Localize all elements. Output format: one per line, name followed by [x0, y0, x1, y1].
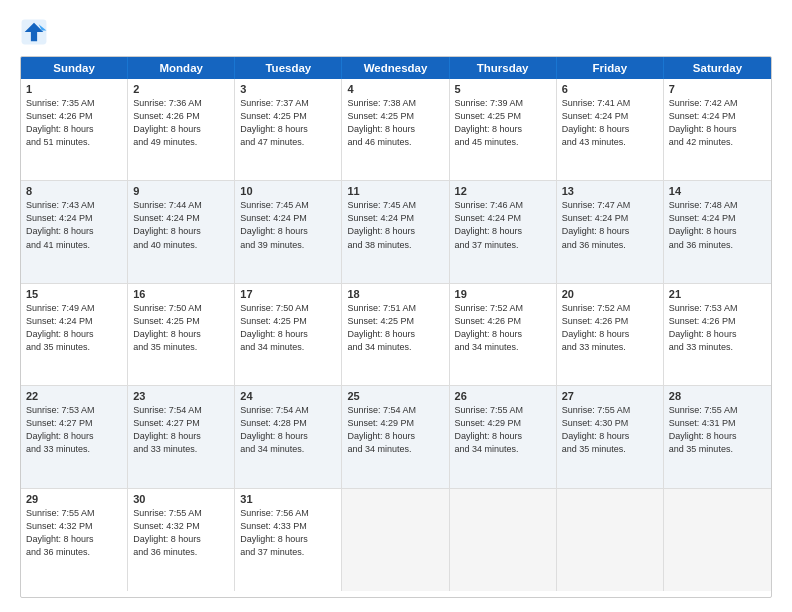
calendar-cell: 4Sunrise: 7:38 AMSunset: 4:25 PMDaylight…: [342, 79, 449, 180]
cell-info: Sunrise: 7:55 AMSunset: 4:30 PMDaylight:…: [562, 404, 658, 456]
calendar-cell: 17Sunrise: 7:50 AMSunset: 4:25 PMDayligh…: [235, 284, 342, 385]
day-number: 29: [26, 493, 122, 505]
cell-info: Sunrise: 7:45 AMSunset: 4:24 PMDaylight:…: [240, 199, 336, 251]
calendar-cell: 19Sunrise: 7:52 AMSunset: 4:26 PMDayligh…: [450, 284, 557, 385]
calendar-cell: 20Sunrise: 7:52 AMSunset: 4:26 PMDayligh…: [557, 284, 664, 385]
day-number: 6: [562, 83, 658, 95]
calendar-cell: 5Sunrise: 7:39 AMSunset: 4:25 PMDaylight…: [450, 79, 557, 180]
day-number: 16: [133, 288, 229, 300]
cell-info: Sunrise: 7:48 AMSunset: 4:24 PMDaylight:…: [669, 199, 766, 251]
cell-info: Sunrise: 7:39 AMSunset: 4:25 PMDaylight:…: [455, 97, 551, 149]
calendar-cell: 6Sunrise: 7:41 AMSunset: 4:24 PMDaylight…: [557, 79, 664, 180]
cell-info: Sunrise: 7:49 AMSunset: 4:24 PMDaylight:…: [26, 302, 122, 354]
logo: [20, 18, 54, 46]
calendar-cell: 31Sunrise: 7:56 AMSunset: 4:33 PMDayligh…: [235, 489, 342, 591]
cell-info: Sunrise: 7:54 AMSunset: 4:29 PMDaylight:…: [347, 404, 443, 456]
day-number: 27: [562, 390, 658, 402]
calendar-cell: 8Sunrise: 7:43 AMSunset: 4:24 PMDaylight…: [21, 181, 128, 282]
calendar-cell: 16Sunrise: 7:50 AMSunset: 4:25 PMDayligh…: [128, 284, 235, 385]
cell-info: Sunrise: 7:45 AMSunset: 4:24 PMDaylight:…: [347, 199, 443, 251]
cell-info: Sunrise: 7:52 AMSunset: 4:26 PMDaylight:…: [562, 302, 658, 354]
day-number: 7: [669, 83, 766, 95]
cell-info: Sunrise: 7:54 AMSunset: 4:27 PMDaylight:…: [133, 404, 229, 456]
weekday-header-friday: Friday: [557, 57, 664, 79]
cell-info: Sunrise: 7:56 AMSunset: 4:33 PMDaylight:…: [240, 507, 336, 559]
day-number: 21: [669, 288, 766, 300]
calendar-cell: 21Sunrise: 7:53 AMSunset: 4:26 PMDayligh…: [664, 284, 771, 385]
cell-info: Sunrise: 7:55 AMSunset: 4:29 PMDaylight:…: [455, 404, 551, 456]
calendar-cell: [664, 489, 771, 591]
day-number: 15: [26, 288, 122, 300]
day-number: 19: [455, 288, 551, 300]
header: [20, 18, 772, 46]
day-number: 5: [455, 83, 551, 95]
calendar-cell: 18Sunrise: 7:51 AMSunset: 4:25 PMDayligh…: [342, 284, 449, 385]
cell-info: Sunrise: 7:54 AMSunset: 4:28 PMDaylight:…: [240, 404, 336, 456]
calendar-row-0: 1Sunrise: 7:35 AMSunset: 4:26 PMDaylight…: [21, 79, 771, 181]
cell-info: Sunrise: 7:38 AMSunset: 4:25 PMDaylight:…: [347, 97, 443, 149]
calendar-cell: 25Sunrise: 7:54 AMSunset: 4:29 PMDayligh…: [342, 386, 449, 487]
day-number: 9: [133, 185, 229, 197]
calendar-cell: 7Sunrise: 7:42 AMSunset: 4:24 PMDaylight…: [664, 79, 771, 180]
cell-info: Sunrise: 7:36 AMSunset: 4:26 PMDaylight:…: [133, 97, 229, 149]
calendar: SundayMondayTuesdayWednesdayThursdayFrid…: [20, 56, 772, 598]
page: SundayMondayTuesdayWednesdayThursdayFrid…: [0, 0, 792, 612]
day-number: 26: [455, 390, 551, 402]
day-number: 4: [347, 83, 443, 95]
cell-info: Sunrise: 7:55 AMSunset: 4:31 PMDaylight:…: [669, 404, 766, 456]
day-number: 8: [26, 185, 122, 197]
calendar-cell: 26Sunrise: 7:55 AMSunset: 4:29 PMDayligh…: [450, 386, 557, 487]
cell-info: Sunrise: 7:50 AMSunset: 4:25 PMDaylight:…: [240, 302, 336, 354]
cell-info: Sunrise: 7:52 AMSunset: 4:26 PMDaylight:…: [455, 302, 551, 354]
day-number: 1: [26, 83, 122, 95]
calendar-cell: 22Sunrise: 7:53 AMSunset: 4:27 PMDayligh…: [21, 386, 128, 487]
cell-info: Sunrise: 7:41 AMSunset: 4:24 PMDaylight:…: [562, 97, 658, 149]
day-number: 12: [455, 185, 551, 197]
calendar-cell: 29Sunrise: 7:55 AMSunset: 4:32 PMDayligh…: [21, 489, 128, 591]
cell-info: Sunrise: 7:35 AMSunset: 4:26 PMDaylight:…: [26, 97, 122, 149]
day-number: 14: [669, 185, 766, 197]
calendar-cell: 24Sunrise: 7:54 AMSunset: 4:28 PMDayligh…: [235, 386, 342, 487]
day-number: 17: [240, 288, 336, 300]
calendar-cell: 11Sunrise: 7:45 AMSunset: 4:24 PMDayligh…: [342, 181, 449, 282]
calendar-header: SundayMondayTuesdayWednesdayThursdayFrid…: [21, 57, 771, 79]
calendar-row-2: 15Sunrise: 7:49 AMSunset: 4:24 PMDayligh…: [21, 284, 771, 386]
weekday-header-monday: Monday: [128, 57, 235, 79]
cell-info: Sunrise: 7:55 AMSunset: 4:32 PMDaylight:…: [26, 507, 122, 559]
weekday-header-tuesday: Tuesday: [235, 57, 342, 79]
calendar-cell: 28Sunrise: 7:55 AMSunset: 4:31 PMDayligh…: [664, 386, 771, 487]
calendar-cell: 23Sunrise: 7:54 AMSunset: 4:27 PMDayligh…: [128, 386, 235, 487]
day-number: 20: [562, 288, 658, 300]
calendar-row-1: 8Sunrise: 7:43 AMSunset: 4:24 PMDaylight…: [21, 181, 771, 283]
cell-info: Sunrise: 7:50 AMSunset: 4:25 PMDaylight:…: [133, 302, 229, 354]
calendar-row-3: 22Sunrise: 7:53 AMSunset: 4:27 PMDayligh…: [21, 386, 771, 488]
day-number: 23: [133, 390, 229, 402]
day-number: 18: [347, 288, 443, 300]
calendar-cell: 10Sunrise: 7:45 AMSunset: 4:24 PMDayligh…: [235, 181, 342, 282]
weekday-header-sunday: Sunday: [21, 57, 128, 79]
day-number: 2: [133, 83, 229, 95]
cell-info: Sunrise: 7:43 AMSunset: 4:24 PMDaylight:…: [26, 199, 122, 251]
cell-info: Sunrise: 7:46 AMSunset: 4:24 PMDaylight:…: [455, 199, 551, 251]
calendar-cell: 15Sunrise: 7:49 AMSunset: 4:24 PMDayligh…: [21, 284, 128, 385]
calendar-cell: 30Sunrise: 7:55 AMSunset: 4:32 PMDayligh…: [128, 489, 235, 591]
day-number: 24: [240, 390, 336, 402]
day-number: 28: [669, 390, 766, 402]
weekday-header-wednesday: Wednesday: [342, 57, 449, 79]
calendar-cell: [450, 489, 557, 591]
cell-info: Sunrise: 7:53 AMSunset: 4:27 PMDaylight:…: [26, 404, 122, 456]
weekday-header-thursday: Thursday: [450, 57, 557, 79]
cell-info: Sunrise: 7:44 AMSunset: 4:24 PMDaylight:…: [133, 199, 229, 251]
calendar-cell: 1Sunrise: 7:35 AMSunset: 4:26 PMDaylight…: [21, 79, 128, 180]
day-number: 30: [133, 493, 229, 505]
calendar-cell: 2Sunrise: 7:36 AMSunset: 4:26 PMDaylight…: [128, 79, 235, 180]
day-number: 25: [347, 390, 443, 402]
day-number: 13: [562, 185, 658, 197]
day-number: 10: [240, 185, 336, 197]
logo-icon: [20, 18, 48, 46]
cell-info: Sunrise: 7:47 AMSunset: 4:24 PMDaylight:…: [562, 199, 658, 251]
cell-info: Sunrise: 7:55 AMSunset: 4:32 PMDaylight:…: [133, 507, 229, 559]
day-number: 31: [240, 493, 336, 505]
day-number: 3: [240, 83, 336, 95]
day-number: 11: [347, 185, 443, 197]
